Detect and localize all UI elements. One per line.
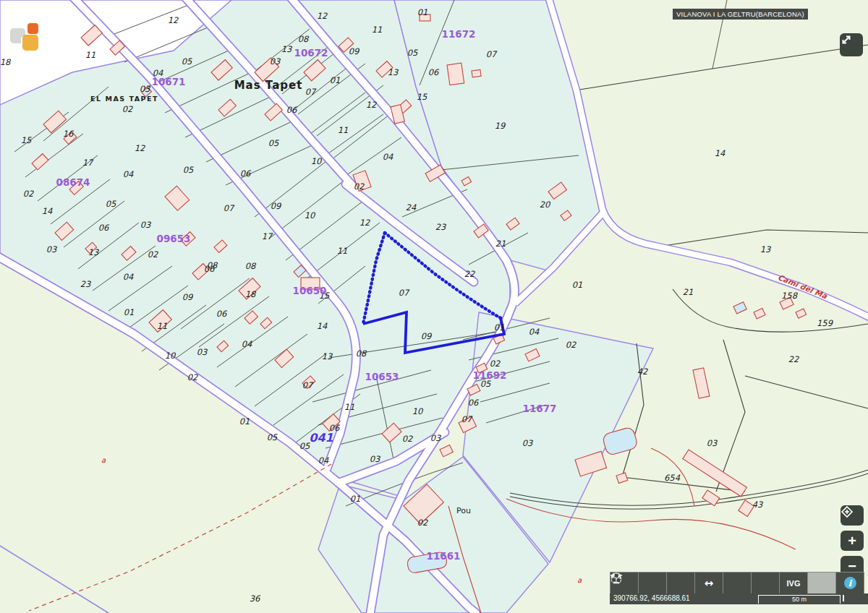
- map-label: 06: [428, 67, 440, 77]
- map-label: 03: [46, 244, 58, 254]
- map-label: 14: [715, 148, 726, 158]
- map-label: 10672: [294, 47, 328, 59]
- map-label: 11661: [427, 550, 461, 562]
- map-label: 10650: [293, 285, 327, 296]
- site-logo: [10, 23, 43, 56]
- map-label: 10: [311, 156, 323, 166]
- map-label: 06: [98, 223, 110, 233]
- map-label: 12: [168, 15, 179, 25]
- map-label: 17: [82, 158, 94, 168]
- cubes-icon: [610, 572, 623, 585]
- status-bar: 390766.92, 4566688.61 50 m: [610, 593, 868, 604]
- layers-button[interactable]: [666, 572, 695, 594]
- zoom-in-label: +: [848, 532, 856, 549]
- map-label: 07: [461, 414, 473, 424]
- map-label: 13: [281, 44, 293, 54]
- map-label: 01: [417, 7, 428, 17]
- zoom-in-button[interactable]: +: [841, 531, 864, 551]
- map-label: 02: [402, 434, 413, 444]
- map-label: 22: [464, 269, 475, 279]
- map-label: 08: [356, 348, 367, 359]
- map-label: 09: [271, 201, 282, 211]
- logo-orange-square: [27, 23, 38, 34]
- search-button[interactable]: [638, 572, 667, 594]
- map-label: 08: [298, 34, 310, 44]
- street-point-button[interactable]: P: [751, 572, 780, 594]
- map-label: a: [101, 456, 106, 464]
- scale-bar: 50 m: [758, 595, 841, 604]
- map-label: 17: [262, 231, 273, 241]
- cartography-button[interactable]: [807, 572, 836, 594]
- map-label: 10653: [365, 371, 399, 382]
- print-button[interactable]: [723, 572, 752, 594]
- map-label: 14: [42, 206, 53, 216]
- map-label: 04: [383, 152, 393, 162]
- map-label: 06: [216, 309, 228, 319]
- map-label: 13: [322, 351, 333, 361]
- map-label: 03: [430, 433, 442, 443]
- map-label: 23: [435, 222, 447, 232]
- map-label: 04: [242, 339, 252, 349]
- map-label: 21: [683, 287, 694, 297]
- double-arrow-icon: ↔: [705, 577, 714, 590]
- pan-button[interactable]: [841, 505, 864, 526]
- map-label: 09: [182, 292, 194, 302]
- logo-amber-square: [22, 35, 38, 51]
- map-label: 10: [412, 406, 424, 416]
- map-label: 11692: [473, 369, 507, 381]
- map-label: 03: [140, 84, 151, 94]
- map-label: 02: [187, 372, 198, 382]
- urban-blocks: [0, 0, 653, 613]
- map-label: 15: [21, 135, 32, 145]
- map-label: 04: [318, 455, 329, 466]
- ivg-button[interactable]: IVG: [779, 572, 808, 594]
- map-label: 13: [388, 67, 399, 77]
- map-label: 02: [417, 518, 428, 528]
- map-label: 11: [344, 402, 355, 412]
- map-label: Mas Tapet: [234, 79, 303, 92]
- map-label: 21: [495, 239, 506, 249]
- map-label: 04: [529, 327, 540, 337]
- map-label: 05: [183, 165, 194, 175]
- municipality-title: VILANOVA I LA GELTRU(BARCELONA): [673, 9, 808, 20]
- map-label: 04: [123, 169, 134, 179]
- map-label: 01: [330, 75, 341, 85]
- map-label: Pou: [456, 506, 471, 515]
- ivg-label: IVG: [787, 579, 801, 588]
- map-label: 11: [157, 321, 168, 331]
- fullscreen-button[interactable]: [840, 33, 863, 56]
- map-label: 02: [354, 181, 365, 192]
- map-label: 24: [406, 202, 417, 213]
- map-viewer: 1812120111081303090507061315120107061105…: [0, 0, 868, 613]
- cursor-coordinates: 390766.92, 4566688.61: [613, 594, 690, 602]
- map-label: 42: [637, 366, 648, 377]
- map-label: 05: [268, 138, 279, 148]
- map-label: 11: [338, 125, 349, 135]
- map-label: 23: [80, 279, 92, 289]
- map-label: 08: [245, 261, 257, 271]
- map-label: 05: [106, 199, 116, 209]
- map-label: 11: [337, 246, 348, 256]
- map-label: 12: [317, 11, 328, 21]
- map-label: 10: [305, 210, 316, 220]
- map-label: a: [577, 576, 582, 584]
- info-button[interactable]: i: [835, 572, 864, 594]
- map-label: 36: [250, 593, 261, 604]
- map-label: 159: [817, 318, 834, 328]
- map-label: 20: [540, 200, 551, 210]
- scale-tick: [843, 595, 844, 601]
- map-label: 07: [486, 49, 498, 59]
- map-label: 02: [566, 340, 576, 350]
- cadastral-map[interactable]: 1812120111081303090507061315120107061105…: [0, 0, 868, 613]
- map-label: 03: [707, 438, 718, 448]
- measure-button[interactable]: ↔: [694, 572, 723, 594]
- map-label: 06: [286, 105, 298, 115]
- map-label: 14: [317, 321, 328, 331]
- map-label: 09: [349, 46, 360, 56]
- map-label: 05: [267, 432, 278, 442]
- map-label: 03: [197, 347, 208, 357]
- map-label: 06: [240, 168, 252, 179]
- map-label: 01: [239, 416, 250, 426]
- map-label: 07: [305, 87, 317, 97]
- map-label: 03: [270, 56, 281, 67]
